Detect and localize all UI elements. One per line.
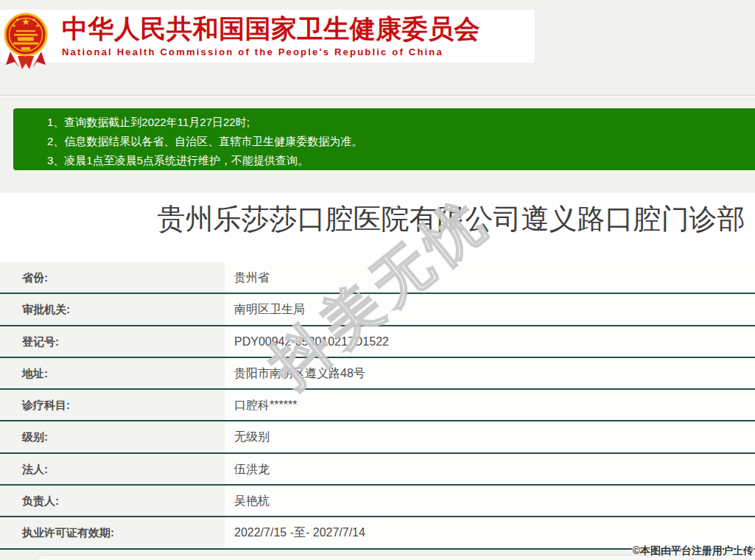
- header-titles: 中华人民共和国国家卫生健康委员会 National Health Commiss…: [62, 13, 480, 58]
- image-credit: ©本图由平台注册用户上传: [633, 545, 754, 558]
- info-table: 省份: 贵州省 审批机关: 南明区卫生局 登记号: PDY00942-85201…: [0, 262, 755, 550]
- table-row: 省份: 贵州省: [0, 262, 755, 294]
- row-label: 负责人:: [0, 486, 225, 516]
- table-row: 地址: 贵阳市南明区遵义路48号: [0, 358, 755, 390]
- table-row: 审批机关: 南明区卫生局: [0, 294, 755, 326]
- header-title-cn: 中华人民共和国国家卫生健康委员会: [62, 13, 480, 45]
- row-label: 诊疗科目:: [0, 390, 225, 420]
- svg-text:★: ★: [12, 23, 16, 28]
- row-value: 口腔科******: [225, 390, 297, 420]
- table-rows: 省份: 贵州省 审批机关: 南明区卫生局 登记号: PDY00942-85201…: [0, 262, 755, 550]
- table-row: 法人: 伍洪龙: [0, 454, 755, 486]
- site-header: ★ ★ ★ ★ ★ 中华人民共和国国家卫生健康委员会 National Heal…: [0, 10, 535, 63]
- table-row: 级别: 无级别: [0, 421, 755, 453]
- svg-text:★: ★: [32, 17, 36, 22]
- notice-line-2: 2、信息数据结果以各省、自治区、直辖市卫生健康委数据为准。: [47, 132, 755, 151]
- row-value: 吴艳杭: [225, 486, 270, 516]
- national-emblem-icon: ★ ★ ★ ★ ★: [3, 10, 49, 71]
- notice-box: 1、查询数据截止到2022年11月27日22时; 2、信息数据结果以各省、自治区…: [13, 108, 755, 170]
- table-row: 诊疗科目: 口腔科******: [0, 390, 755, 421]
- row-value: PDY00942-852010217D1522: [225, 326, 389, 357]
- svg-text:★: ★: [15, 17, 20, 22]
- table-row: 登记号: PDY00942-852010217D1522: [0, 326, 755, 358]
- row-label: 级别:: [0, 421, 225, 452]
- row-value: 南明区卫生局: [225, 294, 305, 324]
- row-label: 执业许可证有效期:: [0, 517, 225, 547]
- notice-line-3: 3、凌晨1点至凌晨5点系统进行维护，不能提供查询。: [47, 151, 755, 170]
- row-value: 伍洪龙: [225, 454, 270, 484]
- row-label: 登记号:: [0, 326, 225, 357]
- row-label: 法人:: [0, 454, 225, 484]
- row-label: 省份:: [0, 262, 225, 293]
- table-row: 负责人: 吴艳杭: [0, 486, 755, 517]
- row-value: 2022/7/15 -至- 2027/7/14: [225, 517, 365, 547]
- row-label: 地址:: [0, 358, 225, 388]
- row-value: 贵州省: [225, 262, 270, 293]
- row-label: 审批机关:: [0, 294, 225, 324]
- notice-line-1: 1、查询数据截止到2022年11月27日22时;: [47, 113, 755, 132]
- page-title: 贵州乐莎莎口腔医院有限公司遵义路口腔门诊部: [0, 193, 755, 237]
- svg-text:★: ★: [21, 16, 30, 27]
- header-title-en: National Health Commission of the People…: [62, 46, 480, 58]
- row-value: 无级别: [225, 421, 270, 452]
- result-card: 贵州乐莎莎口腔医院有限公司遵义路口腔门诊部 省份: 贵州省 审批机关: 南明区卫…: [0, 193, 755, 550]
- header-divider: [0, 95, 755, 97]
- svg-text:★: ★: [35, 23, 40, 28]
- row-value: 贵阳市南明区遵义路48号: [225, 358, 365, 388]
